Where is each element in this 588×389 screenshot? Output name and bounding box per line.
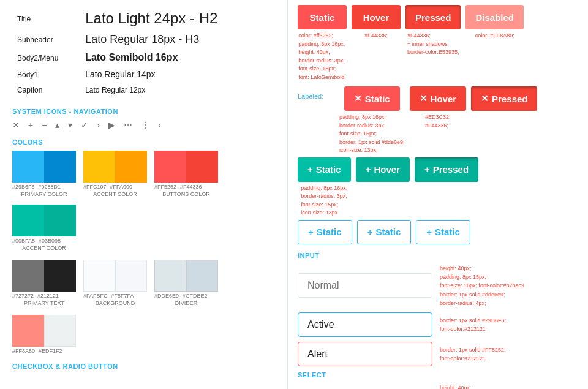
normal-input-code: height: 40px; padding: 8px 15px; font-si… bbox=[440, 264, 524, 308]
blue-static-icon-2: + bbox=[368, 227, 373, 237]
body1-value: Lato Regular 14px bbox=[85, 69, 155, 79]
green-buttons-row: + Static padding: 8px 16px; border-radiu… bbox=[298, 157, 578, 217]
labeled-hover-group: ✕ Hover #ED3C32; #F44336; bbox=[410, 86, 467, 130]
primary-hex-1: #29B6F6 bbox=[12, 184, 35, 190]
labeled-pressed-label: Pressed bbox=[492, 94, 527, 104]
dots-icon[interactable]: ⋯ bbox=[124, 120, 132, 130]
alert-input-row: border: 1px solid #FF5252; font-color:#2… bbox=[298, 342, 578, 366]
accent1-swatch-1 bbox=[83, 151, 115, 183]
primary-text-swatch-1 bbox=[12, 260, 44, 292]
labeled-static-button[interactable]: ✕ Static bbox=[344, 86, 400, 111]
close-icon[interactable]: ✕ bbox=[12, 120, 20, 130]
primary-swatch-2 bbox=[44, 151, 76, 183]
active-input-row: border: 1px solid #29B6F6; font-color:#2… bbox=[298, 312, 578, 337]
accent1-swatch-2 bbox=[115, 151, 147, 183]
normal-input-row: height: 40px; padding: 8px 15px; font-si… bbox=[298, 264, 578, 308]
green-hover-label: Hover bbox=[374, 164, 400, 175]
colors-grid: #29B6F6 #0288D1 PRIMARY COLOR #FFC107 #F… bbox=[12, 151, 275, 251]
select-row: Normal height: 40px; padding: 8px 15px; … bbox=[298, 383, 578, 389]
blue-static-label-2: Static bbox=[375, 227, 401, 237]
menu-dots-icon[interactable]: ⋮ bbox=[141, 120, 149, 130]
extra-color-group: #FF8A80 #EDF1F2 bbox=[12, 315, 76, 354]
accent2-color-label: ACCENT COLOR bbox=[12, 245, 76, 251]
colors-grid-3: #FF8A80 #EDF1F2 bbox=[12, 315, 275, 354]
divider-hex-2: #CFDBE2 bbox=[183, 293, 208, 299]
labeled-pressed-button[interactable]: ✕ Pressed bbox=[471, 86, 537, 111]
left-panel: Title Lato Light 24px - H2 Subheader Lat… bbox=[0, 0, 288, 389]
labeled-hover-button[interactable]: ✕ Hover bbox=[410, 86, 467, 111]
background-hex-2: #F5F7FA bbox=[111, 293, 134, 299]
play-icon[interactable]: ▶ bbox=[108, 120, 115, 130]
green-pressed-label: Pressed bbox=[433, 164, 469, 175]
labeled-pressed-group: ✕ Pressed bbox=[471, 86, 537, 111]
background-label: BACKGROUND bbox=[83, 300, 147, 306]
labeled-static-label: Static bbox=[365, 94, 390, 104]
accent1-color-label: ACCENT COLOR bbox=[83, 191, 147, 197]
minus-icon[interactable]: − bbox=[42, 120, 47, 130]
caption-label: Caption bbox=[17, 86, 42, 94]
hover-btn-group: Hover #F44336; bbox=[352, 5, 401, 40]
pressed-button[interactable]: Pressed bbox=[405, 5, 461, 29]
primary-swatch-1 bbox=[12, 151, 44, 183]
green-pressed-icon: + bbox=[424, 164, 430, 175]
primary-color-label: PRIMARY COLOR bbox=[12, 191, 76, 197]
caption-value: Lato Regular 12px bbox=[85, 86, 145, 94]
blue-static-button-2[interactable]: + Static bbox=[357, 220, 412, 244]
chevron-right-icon[interactable]: › bbox=[97, 120, 100, 130]
chevron-left-icon[interactable]: ‹ bbox=[158, 120, 161, 130]
disabled-label: Disabled bbox=[475, 12, 514, 23]
extra-hex-1: #FF8A80 bbox=[12, 348, 35, 354]
labeled-hover-icon: ✕ bbox=[420, 93, 428, 104]
green-hover-button[interactable]: + Hover bbox=[356, 157, 410, 182]
divider-label: DIVIDER bbox=[154, 300, 218, 306]
background-swatch-1 bbox=[83, 260, 115, 292]
blue-static-icon-1: + bbox=[308, 227, 314, 237]
green-pressed-button[interactable]: + Pressed bbox=[415, 157, 478, 182]
extra-hex-2: #EDF1F2 bbox=[39, 348, 62, 354]
labeled-static-group: ✕ Static padding: 8px 16px; border-radiu… bbox=[339, 86, 405, 155]
icons-row: ✕ + − ▴ ▾ ✓ › ▶ ⋯ ⋮ ‹ bbox=[12, 120, 275, 130]
normal-input[interactable] bbox=[298, 273, 432, 298]
hover-button[interactable]: Hover bbox=[352, 5, 401, 29]
blue-static-button-1[interactable]: + Static bbox=[298, 220, 352, 244]
green-hover-group: + Hover bbox=[356, 157, 410, 182]
green-static-icon: + bbox=[307, 164, 313, 175]
disabled-button: Disabled bbox=[466, 5, 524, 29]
static-button[interactable]: Static bbox=[298, 5, 347, 29]
accent2-color-group: #00BFA5 #03B098 ACCENT COLOR bbox=[12, 205, 76, 251]
buttons-hex-2: #F44336 bbox=[180, 184, 202, 190]
up-icon[interactable]: ▴ bbox=[55, 120, 59, 130]
labeled-row: Labeled: ✕ Static padding: 8px 16px; bor… bbox=[298, 86, 578, 155]
check-icon[interactable]: ✓ bbox=[81, 120, 88, 130]
primary-text-hex-1: #727272 bbox=[12, 293, 34, 299]
pressed-btn-group: Pressed #F44336; + inner shadows border-… bbox=[405, 5, 461, 57]
input-section: INPUT height: 40px; padding: 8px 15px; f… bbox=[298, 252, 578, 367]
green-static-button[interactable]: + Static bbox=[298, 157, 351, 182]
static-label: Static bbox=[310, 12, 335, 23]
accent2-hex-2: #03B098 bbox=[39, 238, 61, 244]
green-hover-icon: + bbox=[366, 164, 371, 175]
alert-input-code: border: 1px solid #FF5252; font-color:#2… bbox=[440, 346, 506, 363]
background-hex-1: #FAFBFC bbox=[83, 293, 108, 299]
colors-grid-2: #727272 #212121 PRIMARY TEXT #FAFBFC #F5… bbox=[12, 260, 275, 306]
buttons-color-label: BUTTONS COLOR bbox=[154, 191, 218, 197]
buttons-color-group: #FF5252 #F44336 BUTTONS COLOR bbox=[154, 151, 218, 197]
title-label: Title bbox=[17, 15, 31, 23]
active-input-code: border: 1px solid #29B6F6; font-color:#2… bbox=[440, 316, 506, 334]
alert-input[interactable] bbox=[298, 342, 432, 366]
blue-static-button-3[interactable]: + Static bbox=[416, 220, 470, 244]
select-section-title: SELECT bbox=[298, 371, 578, 379]
down-icon[interactable]: ▾ bbox=[68, 120, 72, 130]
pressed-label: Pressed bbox=[415, 12, 451, 23]
right-panel: Static color: #ff5252; padding: 8px 16px… bbox=[288, 0, 588, 389]
divider-color-group: #DDE6E9 #CFDBE2 DIVIDER bbox=[154, 260, 218, 306]
green-static-code: padding: 8px 16px; border-radius: 3px; f… bbox=[301, 184, 347, 217]
subheader-label: Subheader bbox=[17, 36, 53, 44]
plus-icon[interactable]: + bbox=[28, 120, 33, 130]
icons-section-title: SYSTEM ICONS - NAVIGATION bbox=[12, 108, 275, 115]
labeled-text: Labeled: bbox=[298, 86, 334, 100]
primary-text-swatch-2 bbox=[44, 260, 76, 292]
background-color-group: #FAFBFC #F5F7FA BACKGROUND bbox=[83, 260, 147, 306]
active-input[interactable] bbox=[298, 312, 432, 337]
static-btn-group: Static color: #ff5252; padding: 8px 16px… bbox=[298, 5, 347, 81]
